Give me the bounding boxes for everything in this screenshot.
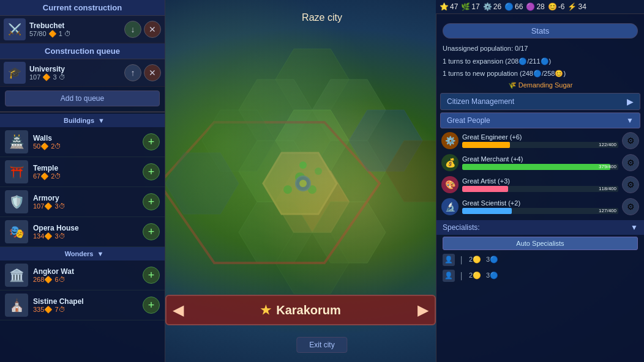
wonders-list: 🏛️ Angkor Wat 268🔶 6⏱ + ⛪ Sistine Chapel… [0,260,165,320]
great-people-label: Great People [447,116,490,125]
building-icon: 🛡️ [5,190,28,213]
specialists-arrow: ▼ [631,223,638,232]
gp-progress-bg-2: 118/400 [462,186,618,192]
svg-point-19 [299,161,307,169]
gp-progress-text-1: 379/400 [599,164,616,170]
citizen-management-button[interactable]: Citizen Management ▶ [440,93,640,110]
building-icon: 🏯 [5,130,28,153]
wonder-item-sistine-chapel: ⛪ Sistine Chapel 335🔶 7⏱ + [0,290,165,320]
building-name: Temple [33,164,143,172]
resource-happiness: 😊 -6 [548,2,565,11]
add-building-button[interactable]: + [143,223,160,240]
buildings-header[interactable]: Buildings ▼ [0,114,165,127]
wonder-cost: 268🔶 6⏱ [33,276,143,284]
svg-marker-13 [202,110,275,171]
raze-city-label: Raze city [302,12,342,23]
svg-marker-5 [312,141,386,202]
gp-progress-bg-0: 122/400 [462,142,618,148]
add-building-button[interactable]: + [143,193,160,210]
building-cost: 67🔶 2⏱ [33,172,143,180]
wonders-header[interactable]: Wonders ▼ [0,247,165,260]
building-cost: 50🔶 2⏱ [33,142,143,150]
add-building-button[interactable]: + [143,163,160,180]
construction-stats: 57/80 🔶 1 ⏱ [29,30,124,38]
stats-button[interactable]: Stats [443,23,638,39]
remove-construction-button[interactable]: ✕ [144,21,161,38]
specialist-icon-2: 👤 [443,270,455,282]
great-people-button[interactable]: Great People ▼ [440,113,640,128]
gp-settings-button-2[interactable]: ⚙ [622,176,639,193]
svg-marker-0 [275,49,349,110]
svg-point-17 [308,185,316,194]
population-info: Unassigned population: 0/17 [436,42,644,55]
gp-progress-fill-1 [462,164,610,170]
building-cost: 107🔶 3⏱ [33,202,143,210]
city-name: Karakorum [276,303,341,317]
svg-point-20 [315,168,322,175]
svg-point-21 [296,176,310,191]
city-prev-button[interactable]: ◀ [173,301,184,319]
gp-name-1: Great Merchant (+4) [462,155,618,163]
add-building-button[interactable]: + [143,133,160,150]
svg-marker-7 [239,202,312,263]
building-cost: 134🔶 3⏱ [33,232,143,240]
svg-marker-4 [239,141,312,202]
resource-science: 🔵 66 [504,2,523,11]
gp-icon-3: 🔬 [441,198,459,215]
gp-settings-button-1[interactable]: ⚙ [622,154,639,171]
svg-marker-12 [349,110,422,171]
gp-info-1: Great Merchant (+4) 379/400 [462,155,618,170]
wonder-info: Sistine Chapel 335🔶 7⏱ [33,297,143,314]
great-person-item-1: 💰 Great Merchant (+4) 379/400 ⚙ [436,152,644,174]
specialist-icon-1: 👤 [443,254,455,266]
gp-info-2: Great Artist (+3) 118/400 [462,177,618,192]
gp-settings-button-3[interactable]: ⚙ [622,198,639,215]
gp-icon-0: ⚙️ [441,132,459,149]
resource-gold: ⭐ 47 [440,2,458,11]
citizen-mgmt-label: Citizen Management [447,97,514,106]
city-next-button[interactable]: ▶ [417,301,429,319]
resource-bar: ⭐ 47 🌿 17 ⚙️ 26 🔵 66 🟣 28 😊 -6 ⚡ 34 [436,0,644,14]
resource-culture: 🟣 28 [526,2,544,11]
svg-point-16 [295,172,305,182]
wonder-icon: ⛪ [5,294,28,317]
construction-name: Trebuchet [29,21,124,30]
building-item-armory: 🛡️ Armory 107🔶 3⏱ + [0,187,165,217]
construction-actions: ↓ ✕ [124,21,161,38]
specialists-bar: Specialists: ▼ [436,220,644,235]
svg-marker-2 [312,79,386,141]
building-name: Walls [33,134,143,142]
move-down-button[interactable]: ↓ [124,21,141,38]
svg-marker-10 [263,153,337,214]
add-wonder-button[interactable]: + [143,297,160,314]
queue-name: University [29,65,124,73]
add-wonder-button[interactable]: + [143,267,160,284]
building-info: Temple 67🔶 2⏱ [33,164,143,180]
svg-marker-8 [312,202,386,263]
building-name: Opera House [33,224,143,232]
wonder-name: Angkor Wat [33,267,143,276]
specialist-row-2: 👤 │ 2🟡 3🔵 [436,268,644,284]
remove-queue-button[interactable]: ✕ [144,64,161,81]
wonder-icon: 🏛️ [5,264,28,287]
exit-city-button[interactable]: Exit city [296,337,347,353]
add-to-queue-button[interactable]: Add to queue [5,90,160,106]
auto-specialists-button[interactable]: Auto Specialists [443,237,638,250]
buildings-label: Buildings [64,117,94,124]
gp-settings-button-0[interactable]: ⚙ [622,132,639,149]
building-info: Walls 50🔶 2⏱ [33,134,143,150]
building-item-temple: ⛩️ Temple 67🔶 2⏱ + [0,157,165,187]
queue-item: 🎓 University 107 🔶 3 ⏱ ↑ ✕ [0,59,165,87]
building-name: Armory [33,194,143,202]
svg-marker-6 [275,171,349,232]
left-scroll-area[interactable]: Buildings ▼ 🏯 Walls 50🔶 2⏱ + ⛩️ Temple 6… [0,114,165,362]
queue-info: University 107 🔶 3 ⏱ [29,65,124,81]
move-up-button[interactable]: ↑ [124,64,141,81]
building-item-opera-house: 🎭 Opera House 134🔶 3⏱ + [0,217,165,247]
svg-marker-11 [159,122,380,263]
citizen-mgmt-arrow: ▶ [627,97,634,106]
gp-progress-text-0: 122/400 [599,142,616,148]
gp-progress-bg-1: 379/400 [462,164,618,170]
city-star: ★ [260,303,271,317]
current-construction-item: ⚔️ Trebuchet 57/80 🔶 1 ⏱ ↓ ✕ [0,16,165,43]
